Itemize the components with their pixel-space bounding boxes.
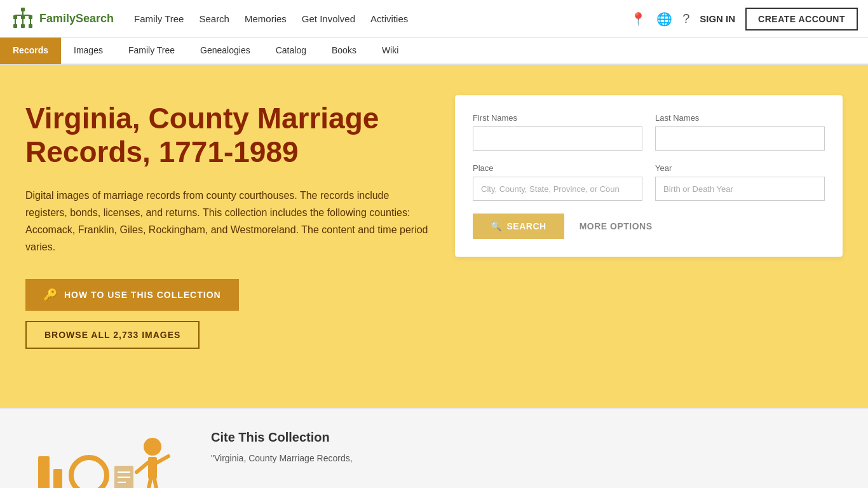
- svg-rect-7: [13, 24, 17, 28]
- sub-navigation: Records Images Family Tree Genealogies C…: [0, 38, 868, 65]
- svg-point-15: [71, 458, 107, 488]
- top-navigation: FamilySearch Family Tree Search Memories…: [0, 0, 868, 38]
- subnav-genealogies[interactable]: Genealogies: [187, 37, 263, 64]
- svg-rect-14: [53, 469, 62, 488]
- first-names-label: First Names: [473, 113, 642, 123]
- nav-links: Family Tree Search Memories Get Involved…: [134, 11, 615, 27]
- svg-line-22: [154, 479, 159, 488]
- place-label: Place: [473, 163, 642, 173]
- svg-rect-9: [29, 24, 32, 28]
- first-names-input[interactable]: [473, 126, 642, 151]
- browse-images-button[interactable]: BROWSE ALL 2,733 IMAGES: [25, 321, 200, 349]
- hero-section: Virginia, County Marriage Records, 1771-…: [0, 65, 868, 408]
- cite-illustration: [25, 428, 191, 488]
- logo-text: FamilySearch: [39, 12, 114, 25]
- create-account-button[interactable]: CREATE ACCOUNT: [745, 8, 858, 30]
- cite-content: Cite This Collection "Virginia, County M…: [211, 428, 843, 465]
- logo[interactable]: FamilySearch: [10, 6, 114, 32]
- svg-rect-13: [38, 456, 50, 488]
- sign-in-link[interactable]: SIGN IN: [700, 13, 735, 24]
- search-icon: 🔍: [491, 221, 502, 231]
- search-card: First Names Last Names Place Year 🔍 SEAR…: [455, 95, 843, 257]
- subnav-books[interactable]: Books: [319, 37, 369, 64]
- hero-description: Digital images of marriage records from …: [25, 187, 430, 256]
- cite-text: "Virginia, County Marriage Records,: [211, 451, 843, 465]
- svg-rect-18: [148, 457, 157, 479]
- search-button[interactable]: 🔍 SEARCH: [473, 214, 564, 239]
- cite-title: Cite This Collection: [211, 430, 843, 445]
- cite-section: Cite This Collection "Virginia, County M…: [0, 408, 868, 488]
- location-icon[interactable]: 📍: [630, 11, 646, 27]
- how-to-icon: 🔑: [43, 288, 58, 302]
- search-actions: 🔍 SEARCH MORE OPTIONS: [473, 214, 825, 239]
- hero-left: Virginia, County Marriage Records, 1771-…: [25, 95, 430, 349]
- svg-rect-0: [21, 8, 25, 11]
- last-names-input[interactable]: [655, 126, 825, 151]
- search-name-row: First Names Last Names: [473, 113, 825, 151]
- subnav-catalog[interactable]: Catalog: [263, 37, 319, 64]
- year-input[interactable]: [655, 177, 825, 201]
- nav-get-involved[interactable]: Get Involved: [302, 11, 355, 27]
- nav-right: 📍 🌐 ? SIGN IN CREATE ACCOUNT: [630, 8, 858, 30]
- how-to-use-button[interactable]: 🔑 HOW TO USE THIS COLLECTION: [25, 279, 239, 311]
- search-place-row: Place Year: [473, 163, 825, 201]
- help-icon[interactable]: ?: [682, 11, 689, 26]
- subnav-records[interactable]: Records: [0, 37, 61, 64]
- subnav-images[interactable]: Images: [61, 37, 116, 64]
- year-field: Year: [655, 163, 825, 201]
- last-names-field: Last Names: [655, 113, 825, 151]
- first-names-field: First Names: [473, 113, 642, 151]
- hero-title: Virginia, County Marriage Records, 1771-…: [25, 102, 430, 169]
- subnav-wiki[interactable]: Wiki: [369, 37, 411, 64]
- svg-line-20: [157, 456, 168, 463]
- last-names-label: Last Names: [655, 113, 825, 123]
- subnav-family-tree[interactable]: Family Tree: [116, 37, 187, 64]
- svg-point-17: [144, 438, 161, 456]
- globe-icon[interactable]: 🌐: [656, 11, 672, 27]
- nav-family-tree[interactable]: Family Tree: [134, 11, 184, 27]
- svg-rect-8: [21, 24, 25, 28]
- year-label: Year: [655, 163, 825, 173]
- hero-buttons: 🔑 HOW TO USE THIS COLLECTION BROWSE ALL …: [25, 279, 430, 349]
- nav-search[interactable]: Search: [199, 11, 229, 27]
- more-options-link[interactable]: MORE OPTIONS: [580, 221, 653, 231]
- place-input[interactable]: [473, 177, 642, 201]
- place-field: Place: [473, 163, 642, 201]
- nav-memories[interactable]: Memories: [245, 11, 287, 27]
- svg-line-19: [137, 463, 148, 472]
- svg-line-21: [146, 479, 151, 488]
- nav-activities[interactable]: Activities: [370, 11, 408, 27]
